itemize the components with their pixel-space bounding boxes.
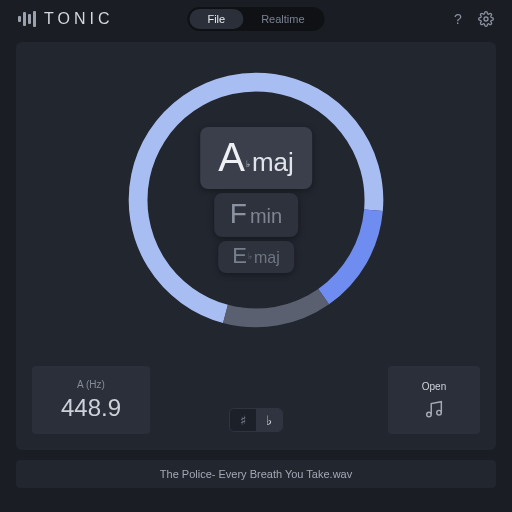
logo-icon <box>18 10 36 28</box>
current-file-name: The Police- Every Breath You Take.wav <box>160 468 352 480</box>
help-icon[interactable]: ? <box>450 11 466 27</box>
music-note-icon <box>423 398 445 420</box>
key-result-primary[interactable]: A♭maj <box>200 127 312 189</box>
key-note: E <box>232 245 247 267</box>
key-accidental: ♭ <box>246 160 250 169</box>
key-result-tertiary[interactable]: E♭maj <box>218 241 293 273</box>
mode-tabs: File Realtime <box>187 7 324 31</box>
tuning-value: 448.9 <box>61 394 121 422</box>
app-name: TONIC <box>44 10 113 28</box>
open-file-button[interactable]: Open <box>388 366 480 434</box>
key-results: A♭maj Fmin E♭maj <box>200 127 312 273</box>
key-quality: maj <box>252 149 294 175</box>
flat-button[interactable]: ♭ <box>256 409 282 431</box>
key-note: A <box>218 137 245 177</box>
logo: TONIC <box>18 10 113 28</box>
open-label: Open <box>422 381 446 392</box>
key-accidental: ♭ <box>248 252 252 261</box>
svg-point-2 <box>427 412 432 417</box>
key-quality: maj <box>254 250 280 266</box>
file-name-bar[interactable]: The Police- Every Breath You Take.wav <box>16 460 496 488</box>
tuning-label: A (Hz) <box>77 379 105 390</box>
tab-realtime[interactable]: Realtime <box>243 9 322 29</box>
key-quality: min <box>250 206 282 226</box>
svg-point-3 <box>437 410 442 415</box>
key-note: F <box>230 200 247 228</box>
tab-file[interactable]: File <box>189 9 243 29</box>
accidental-toggle: ♯ ♭ <box>229 408 283 432</box>
svg-point-0 <box>484 17 488 21</box>
key-wheel: A♭maj Fmin E♭maj <box>122 66 390 334</box>
header: TONIC File Realtime ? <box>0 0 512 36</box>
key-result-secondary[interactable]: Fmin <box>214 193 298 237</box>
main-panel: A♭maj Fmin E♭maj A (Hz) 448.9 ♯ ♭ Open <box>16 42 496 450</box>
gear-icon[interactable] <box>478 11 494 27</box>
tuning-reference[interactable]: A (Hz) 448.9 <box>32 366 150 434</box>
sharp-button[interactable]: ♯ <box>230 409 256 431</box>
